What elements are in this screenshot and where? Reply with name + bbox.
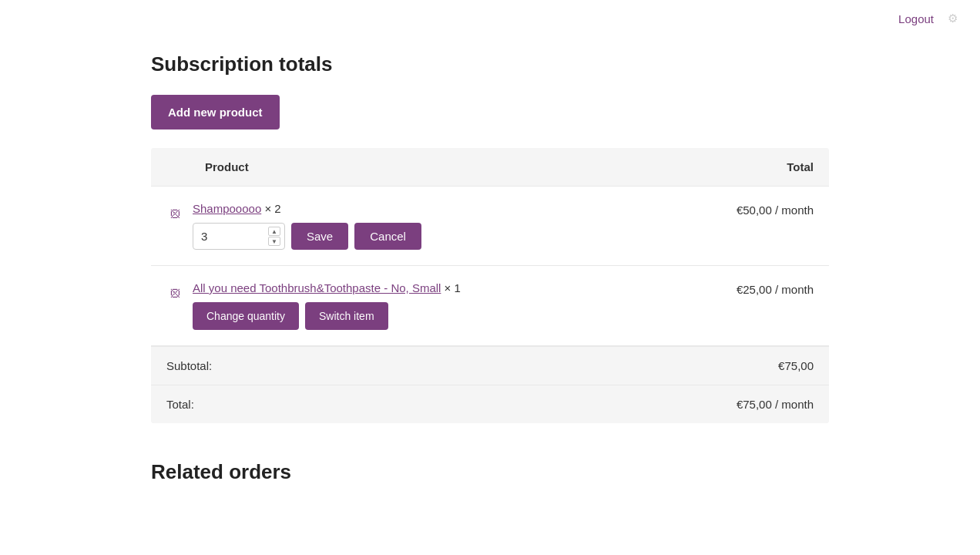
col-total-header: Total [675,160,814,173]
table-row: ⦻ All you need Toothbrush&Toothpaste - N… [151,266,829,346]
cancel-button-1[interactable]: Cancel [354,223,421,250]
qty-down-1[interactable]: ▼ [268,237,280,246]
product-col-2: All you need Toothbrush&Toothpaste - No,… [193,281,675,330]
price-col-1: €50,00 / month [675,204,814,217]
total-value: €75,00 / month [737,398,814,411]
change-quantity-button-2[interactable]: Change quantity [193,302,299,330]
header: Logout ⚙ [0,0,980,37]
save-button-1[interactable]: Save [291,223,348,250]
subtotal-label: Subtotal: [166,359,212,372]
related-orders-title: Related orders [151,460,829,484]
subtotal-row: Subtotal: €75,00 [151,347,829,385]
page-title: Subscription totals [151,52,829,76]
table-header: Product Total [151,148,829,187]
col-product-header: Product [205,160,675,173]
logout-link[interactable]: Logout [898,12,934,25]
total-label: Total: [166,398,194,411]
settings-icon[interactable]: ⚙ [943,9,962,28]
price-col-2: €25,00 / month [675,283,814,296]
add-new-product-button[interactable]: Add new product [151,95,280,130]
product-name-link-1[interactable]: Shampooooo [193,202,261,215]
table-row: ⦻ Shampooooo × 2 ▲ ▼ Save Cancel [151,187,829,266]
total-row: Total: €75,00 / month [151,385,829,423]
remove-item-icon-1[interactable]: ⦻ [166,204,185,222]
subscription-table: Product Total ⦻ Shampooooo × 2 ▲ ▼ [151,148,829,423]
totals-section: Subtotal: €75,00 Total: €75,00 / month [151,346,829,423]
qty-up-1[interactable]: ▲ [268,227,280,236]
product-qty-1: × 2 [264,202,280,215]
remove-item-icon-2[interactable]: ⦻ [166,283,185,301]
product-col-1: Shampooooo × 2 ▲ ▼ Save Cancel [193,202,675,250]
product-qty-2: × 1 [445,281,461,294]
product-name-link-2[interactable]: All you need Toothbrush&Toothpaste - No,… [193,281,441,294]
switch-item-button-2[interactable]: Switch item [305,302,388,330]
subtotal-value: €75,00 [778,359,814,372]
